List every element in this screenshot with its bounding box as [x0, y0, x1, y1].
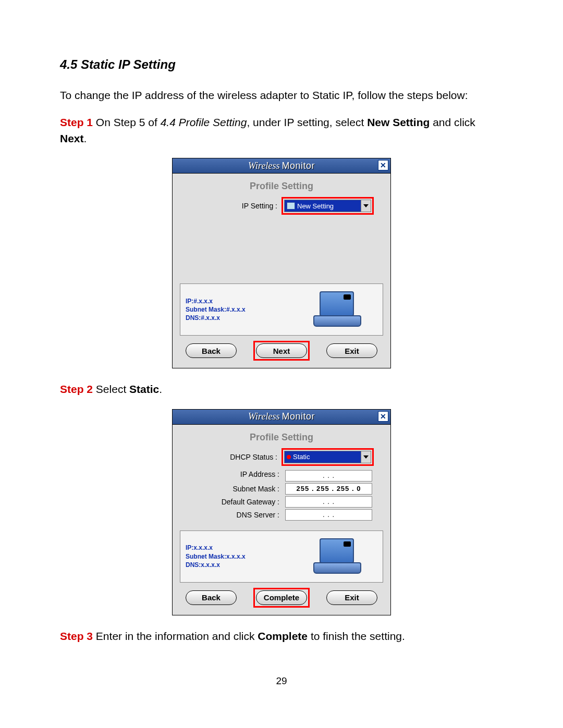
step1-bold2: Next	[60, 132, 84, 144]
step3-text-a: Enter in the information and click	[93, 630, 258, 642]
step1-ref: 4.4 Profile Setting	[161, 116, 247, 128]
static-dot-icon	[287, 455, 291, 459]
profile-setting-header-2: Profile Setting	[180, 432, 383, 443]
step3-text-b: to finish the setting.	[308, 630, 405, 642]
intro-text: To change the IP address of the wireless…	[60, 88, 503, 103]
spacer	[180, 218, 383, 280]
titlebar: Wireless Monitor ✕	[173, 158, 390, 174]
gateway-field[interactable]: . . .	[285, 496, 372, 508]
button-row: Back Next Exit	[180, 341, 383, 361]
ip-setting-label: IP Setting :	[242, 202, 282, 210]
dhcp-row: DHCP Status : Static	[180, 448, 383, 466]
ipaddr-row: IP Address : . . .	[180, 467, 383, 482]
gateway-row: Default Gateway : . . .	[180, 496, 383, 508]
dns-field[interactable]: . . .	[285, 509, 372, 521]
subnet-label: Subnet Mask :	[233, 485, 284, 493]
chevron-down-icon-2[interactable]	[361, 451, 371, 463]
close-icon[interactable]: ✕	[378, 160, 388, 170]
title-wireless: Wireless	[248, 161, 279, 171]
ipaddr-field[interactable]: . . .	[285, 470, 372, 482]
step2-label: Step 2	[60, 383, 93, 395]
form-area: IP Setting : New Setting	[180, 197, 383, 218]
subnet-field[interactable]: 255 . 255 . 255 . 0	[285, 483, 372, 495]
step3-para: Step 3 Enter in the information and clic…	[60, 628, 503, 644]
info-dns: DNS:#.x.x.x	[186, 314, 246, 322]
ip-setting-row: IP Setting : New Setting	[180, 197, 383, 215]
dhcp-combo[interactable]: Static	[284, 451, 371, 463]
step1-bold1: New Setting	[367, 116, 430, 128]
info-subnet: Subnet Mask:#.x.x.x	[186, 305, 246, 314]
step2-text-b: .	[159, 383, 162, 395]
info-text: IP:#.x.x.x Subnet Mask:#.x.x.x DNS:#.x.x…	[186, 297, 246, 323]
profile-setting-header: Profile Setting	[180, 181, 383, 192]
form-area-2: DHCP Status : Static	[180, 448, 383, 521]
dialog-2-window: Wireless Monitor ✕ Profile Setting DHCP …	[172, 409, 391, 615]
dialog-body-2: Profile Setting DHCP Status : Static	[173, 425, 390, 615]
step2-para: Step 2 Select Static.	[60, 381, 503, 397]
step1-text-a: On Step 5 of	[93, 116, 161, 128]
page: 4.5 Static IP Setting To change the IP a…	[0, 0, 563, 718]
laptop-icon	[312, 291, 362, 328]
dhcp-highlight: Static	[282, 448, 374, 466]
info-text-2: IP:x.x.x.x Subnet Mask:x.x.x.x DNS:x.x.x…	[186, 544, 246, 569]
step2-bold1: Static	[129, 383, 159, 395]
dialog-body: Profile Setting IP Setting : New Setting	[173, 174, 390, 368]
next-button[interactable]: Next	[256, 343, 307, 358]
title-wireless-2: Wireless	[248, 411, 279, 422]
ip-setting-value: New Setting	[285, 200, 361, 212]
back-button-2[interactable]: Back	[186, 590, 237, 605]
step1-text-b: , under IP setting, select	[247, 116, 367, 128]
complete-button[interactable]: Complete	[256, 590, 307, 605]
info-subnet-2: Subnet Mask:x.x.x.x	[186, 552, 246, 561]
info-ip-2: IP:x.x.x.x	[186, 544, 246, 552]
complete-highlight: Complete	[253, 588, 310, 608]
gateway-label: Default Gateway :	[222, 498, 284, 506]
exit-wrap: Exit	[324, 341, 380, 361]
title-monitor-2: Monitor	[282, 411, 315, 422]
ip-setting-highlight: New Setting	[282, 197, 374, 215]
spacer-2	[180, 522, 383, 527]
exit-wrap-2: Exit	[324, 588, 380, 608]
back-button[interactable]: Back	[186, 343, 237, 358]
button-row-2: Back Complete Exit	[180, 588, 383, 608]
exit-button-2[interactable]: Exit	[326, 590, 377, 605]
step1-text-c: and click	[430, 116, 475, 128]
info-panel-2: IP:x.x.x.x Subnet Mask:x.x.x.x DNS:x.x.x…	[180, 530, 383, 583]
ip-setting-text: New Setting	[297, 202, 334, 210]
back-wrap: Back	[183, 341, 239, 361]
info-ip: IP:#.x.x.x	[186, 297, 246, 305]
info-dns-2: DNS:x.x.x.x	[186, 561, 246, 569]
laptop-icon-2	[312, 538, 362, 575]
dialog-2: Wireless Monitor ✕ Profile Setting DHCP …	[172, 409, 391, 615]
dns-row: DNS Server : . . .	[180, 509, 383, 521]
step1-text-d: .	[84, 132, 87, 144]
subnet-row: Subnet Mask : 255 . 255 . 255 . 0	[180, 483, 383, 495]
chevron-down-icon[interactable]	[361, 200, 371, 212]
page-number: 29	[60, 675, 503, 687]
dhcp-label: DHCP Status :	[230, 453, 282, 461]
info-panel: IP:#.x.x.x Subnet Mask:#.x.x.x DNS:#.x.x…	[180, 283, 383, 336]
close-icon-2[interactable]: ✕	[378, 411, 388, 422]
dialog-1-window: Wireless Monitor ✕ Profile Setting IP Se…	[172, 158, 391, 368]
dhcp-text: Static	[293, 453, 310, 461]
step2-text-a: Select	[93, 383, 129, 395]
next-highlight: Next	[253, 341, 310, 361]
dhcp-value: Static	[285, 451, 361, 463]
ipaddr-label: IP Address :	[240, 470, 284, 478]
ip-setting-combo[interactable]: New Setting	[284, 200, 371, 212]
back-wrap-2: Back	[183, 588, 239, 608]
step3-label: Step 3	[60, 630, 93, 642]
dialog-1: Wireless Monitor ✕ Profile Setting IP Se…	[172, 158, 391, 368]
exit-button[interactable]: Exit	[326, 343, 377, 358]
step1-para: Step 1 On Step 5 of 4.4 Profile Setting,…	[60, 115, 503, 146]
setting-icon	[287, 202, 295, 209]
title-monitor: Monitor	[282, 161, 315, 171]
step3-bold1: Complete	[258, 630, 308, 642]
step1-label: Step 1	[60, 116, 93, 128]
titlebar-2: Wireless Monitor ✕	[173, 410, 390, 425]
section-title: 4.5 Static IP Setting	[60, 57, 503, 72]
dns-label: DNS Server :	[237, 511, 284, 519]
